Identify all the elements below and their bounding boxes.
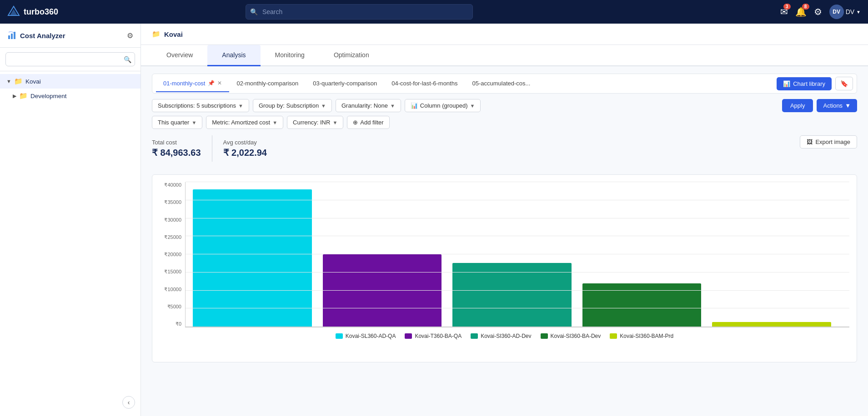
avg-cost-value: ₹ 2,022.94 [223, 147, 267, 158]
bar-2[interactable] [452, 263, 572, 327]
sidebar-collapse-button[interactable]: ‹ [122, 396, 135, 409]
search-bar: 🔍 [246, 4, 473, 20]
total-cost-value: ₹ 84,963.63 [152, 147, 201, 158]
granularity-label: Granularity: None [341, 102, 388, 109]
legend-label-0: Kovai-SL360-AD-QA [346, 333, 396, 339]
legend-color-4 [610, 333, 617, 339]
stats-export-row: Total cost ₹ 84,963.63 Avg cost/day ₹ 2,… [152, 135, 857, 169]
group-by-arrow: ▼ [321, 103, 326, 109]
actions-label: Actions [823, 102, 843, 109]
user-menu[interactable]: DV DV ▼ [829, 5, 861, 19]
actions-button[interactable]: Actions ▼ [817, 99, 857, 112]
y-label-8: ₹40000 [160, 182, 181, 188]
close-icon-0[interactable]: ✕ [217, 80, 222, 86]
legend-label-2: Kovai-SI360-AD-Dev [481, 333, 531, 339]
chart-tab-4[interactable]: 05-accumulated-cos... [465, 75, 537, 92]
main-content: 📁 Kovai Overview Analysis Monitoring Opt… [141, 24, 868, 416]
bar-3[interactable] [582, 283, 702, 327]
y-label-0: ₹0 [160, 321, 181, 327]
tab-analysis[interactable]: Analysis [207, 45, 260, 66]
avatar: DV [829, 5, 844, 19]
chart-type-icon: 📊 [411, 102, 418, 109]
metric-filter[interactable]: Metric: Amortized cost ▼ [206, 116, 283, 129]
chart-library-button[interactable]: 📊 Chart library [777, 77, 832, 90]
bars-area [185, 182, 849, 327]
sidebar-tree: ▼ 📁 Kovai ▶ 📁 Development [0, 71, 140, 416]
group-by-label: Group by: Subscription [259, 102, 319, 109]
bar-0[interactable] [193, 189, 312, 327]
chart-tab-2-label: 03-quarterly-comparison [313, 80, 377, 87]
chart-type-filter[interactable]: 📊 Column (grouped) ▼ [405, 99, 481, 112]
apply-button[interactable]: Apply [782, 99, 813, 112]
breadcrumb-folder-icon: 📁 [152, 30, 161, 38]
search-input[interactable] [246, 4, 473, 20]
y-label-7: ₹35000 [160, 199, 181, 205]
bar-4[interactable] [712, 322, 831, 327]
user-name: DV [846, 8, 854, 15]
sidebar-item-development[interactable]: ▶ 📁 Development [0, 89, 140, 103]
sidebar-item-kovai[interactable]: ▼ 📁 Kovai [0, 74, 140, 89]
tab-overview[interactable]: Overview [152, 45, 207, 66]
metric-arrow: ▼ [272, 120, 277, 125]
chart-library-icon: 📊 [783, 80, 790, 87]
currency-filter[interactable]: Currency: INR ▼ [287, 116, 343, 129]
notifications-button[interactable]: 🔔 8 [795, 6, 807, 17]
sidebar-search-input[interactable] [5, 52, 135, 66]
filter-row-2: This quarter ▼ Metric: Amortized cost ▼ … [152, 116, 857, 129]
messages-button[interactable]: ✉ 3 [780, 6, 788, 17]
date-range-arrow: ▼ [191, 120, 196, 125]
tab-optimization[interactable]: Optimization [319, 45, 384, 66]
sidebar-settings-button[interactable]: ⚙ [127, 31, 133, 40]
chart-tabs-row: 01-monthly-cost 📌 ✕ 02-monthly-compariso… [152, 74, 857, 94]
export-icon: 🖼 [807, 139, 813, 145]
content-area: 01-monthly-cost 📌 ✕ 02-monthly-compariso… [141, 66, 868, 416]
bookmark-button[interactable]: 🔖 [835, 77, 853, 90]
chart-tabs-scroll: 01-monthly-cost 📌 ✕ 02-monthly-compariso… [156, 75, 773, 92]
folder-icon-kovai: 📁 [14, 77, 23, 85]
export-image-button[interactable]: 🖼 Export image [800, 135, 857, 149]
legend-color-2 [471, 333, 478, 339]
notifications-badge: 8 [802, 4, 809, 10]
chart-tab-0-label: 01-monthly-cost [163, 80, 205, 87]
filter-actions: Apply Actions ▼ [782, 99, 857, 112]
subscriptions-arrow: ▼ [238, 103, 243, 109]
chart-tab-0[interactable]: 01-monthly-cost 📌 ✕ [156, 75, 229, 92]
sidebar-dev-label: Development [30, 93, 67, 99]
svg-rect-3 [11, 34, 13, 39]
granularity-filter[interactable]: Granularity: None ▼ [336, 99, 401, 112]
legend-label-4: Kovai-SI360-BAM-Prd [620, 333, 673, 339]
chart-container: ₹0 ₹5000 ₹10000 ₹15000 ₹20000 ₹25000 ₹30… [152, 174, 857, 362]
layout: Cost Analyzer ⚙ 🔍 ▼ 📁 Kovai ▶ 📁 Developm… [0, 24, 868, 416]
group-by-filter[interactable]: Group by: Subscription ▼ [253, 99, 332, 112]
chart-tab-1[interactable]: 02-monthly-comparison [229, 75, 306, 92]
date-range-filter[interactable]: This quarter ▼ [152, 116, 202, 129]
chart-type-label: Column (grouped) [420, 102, 468, 109]
user-chevron-icon: ▼ [856, 10, 861, 15]
chart-tab-1-label: 02-monthly-comparison [236, 80, 298, 87]
chart-type-arrow: ▼ [470, 103, 475, 109]
folder-icon-dev: 📁 [19, 92, 28, 100]
add-filter-button[interactable]: ⊕ Add filter [347, 116, 389, 129]
chart-tab-2[interactable]: 03-quarterly-comparison [306, 75, 384, 92]
tab-monitoring[interactable]: Monitoring [261, 45, 319, 66]
y-label-3: ₹15000 [160, 269, 181, 275]
total-cost-stat: Total cost ₹ 84,963.63 [152, 135, 212, 162]
legend-item-3: Kovai-SI360-BA-Dev [541, 333, 601, 339]
search-icon: 🔍 [250, 8, 258, 15]
bar-1[interactable] [323, 254, 442, 327]
subscriptions-filter[interactable]: Subscriptions: 5 subscriptions ▼ [152, 99, 249, 112]
legend-item-1: Kovai-T360-BA-QA [405, 333, 462, 339]
sidebar-header: Cost Analyzer ⚙ [0, 24, 140, 48]
chart-tab-3[interactable]: 04-cost-for-last-6-months [384, 75, 465, 92]
legend-color-0 [336, 333, 343, 339]
bookmark-icon: 🔖 [840, 80, 848, 87]
y-label-4: ₹20000 [160, 252, 181, 258]
logo-icon [7, 5, 20, 18]
settings-button[interactable]: ⚙ [814, 6, 822, 17]
subscriptions-label: Subscriptions: 5 subscriptions [158, 102, 236, 109]
nav-right: ✉ 3 🔔 8 ⚙ DV DV ▼ [780, 5, 861, 19]
actions-arrow: ▼ [845, 102, 851, 109]
currency-arrow: ▼ [332, 120, 337, 125]
y-label-1: ₹5000 [160, 304, 181, 310]
filter-row-1: Subscriptions: 5 subscriptions ▼ Group b… [152, 99, 857, 112]
